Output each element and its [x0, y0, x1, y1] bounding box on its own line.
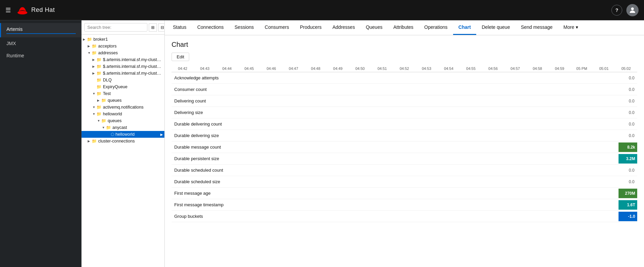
- tree-node-acceptors[interactable]: ▶ 📁 acceptors: [82, 43, 164, 50]
- tree-node-anycast[interactable]: ▼ 📁 anycast: [82, 124, 164, 131]
- metric-value: 0.0: [619, 179, 637, 184]
- time-label: 04:59: [549, 66, 571, 71]
- tab-status[interactable]: Status: [167, 20, 192, 35]
- metric-row: Durable delivering size0.0: [172, 130, 637, 141]
- time-label: 04:54: [437, 66, 460, 71]
- metric-name-label: First message age: [172, 189, 619, 198]
- tree-node-artemis3[interactable]: ▶ 📁 $.artemis.internal.sf.my-cluster....: [82, 70, 164, 77]
- tree-node-artemis2[interactable]: ▶ 📁 $.artemis.internal.sf.my-cluster....: [82, 63, 164, 70]
- tree-search-bar: ⊞ ⊟: [82, 20, 164, 35]
- folder-icon: 📁: [96, 57, 102, 62]
- user-avatar[interactable]: [626, 4, 639, 16]
- tree-node-addresses[interactable]: ▼ 📁 addresses: [82, 50, 164, 56]
- metric-row: Durable delivering count0.0: [172, 118, 637, 130]
- metric-value: 0.0: [619, 99, 637, 103]
- node-label: $.artemis.internal.sf.my-cluster....: [103, 64, 163, 69]
- sidebar-item-jmx[interactable]: JMX: [0, 37, 81, 50]
- help-button[interactable]: ?: [611, 5, 622, 16]
- redhat-logo-icon: [16, 4, 29, 16]
- tree-node-artemis1[interactable]: ▶ 📁 $.artemis.internal.sf.my-cluster....: [82, 56, 164, 63]
- node-label: cluster-connections: [98, 139, 163, 144]
- arrow-icon: ▼: [92, 112, 96, 116]
- tab-chart[interactable]: Chart: [453, 20, 477, 35]
- search-input[interactable]: [84, 23, 147, 32]
- folder-icon: 📁: [101, 98, 106, 103]
- tab-delete-queue[interactable]: Delete queue: [476, 20, 515, 35]
- time-label: 04:46: [260, 66, 282, 71]
- node-label: helloworld: [103, 112, 163, 116]
- sidebar-nav: Artemis JMX Runtime: [0, 20, 81, 64]
- time-label: 04:45: [238, 66, 260, 71]
- tab-operations[interactable]: Operations: [419, 20, 453, 35]
- metric-bar: 1.6T: [619, 200, 637, 210]
- metric-row: Consumer count0.0: [172, 84, 637, 95]
- metric-value: 0.0: [619, 76, 637, 80]
- sidebar-item-runtime[interactable]: Runtime: [0, 50, 81, 62]
- tree-node-hw-queues[interactable]: ▼ 📁 queues: [82, 117, 164, 124]
- tree-node-test-queues[interactable]: ▶ 📁 queues: [82, 97, 164, 104]
- tab-more[interactable]: More ▾: [558, 20, 584, 35]
- tab-consumers[interactable]: Consumers: [259, 20, 294, 35]
- metric-value: 0.0: [619, 87, 637, 92]
- folder-icon: 📁: [96, 112, 102, 116]
- node-label: DLQ: [103, 78, 163, 82]
- tab-queues[interactable]: Queues: [360, 20, 388, 35]
- tree-node-dlq[interactable]: 📁 DLQ: [82, 77, 164, 83]
- hamburger-icon[interactable]: ☰: [5, 6, 11, 14]
- time-label: 05:02: [615, 66, 637, 71]
- brand-logo: Red Hat: [16, 4, 55, 16]
- folder-icon: 📁: [106, 125, 111, 130]
- sidebar: Artemis JMX Runtime: [0, 20, 82, 267]
- sidebar-item-artemis[interactable]: Artemis: [0, 23, 81, 37]
- chart-title: Chart: [172, 41, 637, 49]
- chart-panel: Chart Edit 04:4204:4304:4404:4504:4604:4…: [165, 35, 644, 267]
- folder-icon: 📁: [96, 64, 102, 69]
- metric-name-label: Consumer count: [172, 85, 619, 94]
- arrow-icon: ▶: [83, 38, 87, 41]
- time-label: 04:44: [216, 66, 238, 71]
- metric-row: Durable persistent size3.2M: [172, 153, 637, 165]
- main-panel: Status Connections Sessions Consumers Pr…: [165, 20, 644, 267]
- time-label: 04:42: [172, 66, 194, 71]
- tree-node-cluster-connections[interactable]: ▶ 📁 cluster-connections: [82, 138, 164, 145]
- folder-icon: 📁: [96, 78, 102, 82]
- tab-producers[interactable]: Producers: [294, 20, 327, 35]
- metric-bar: -1.0: [619, 212, 637, 221]
- expand-all-button[interactable]: ⊞: [149, 23, 157, 32]
- metric-name-label: Durable delivering count: [172, 119, 619, 129]
- time-label: 04:51: [371, 66, 393, 71]
- arrow-icon: ▶: [97, 99, 101, 102]
- avatar-icon: [628, 6, 637, 14]
- brand-name: Red Hat: [31, 6, 55, 14]
- tab-addresses[interactable]: Addresses: [327, 20, 360, 35]
- tree-node-activemq[interactable]: ▼ 📁 activemq.notifications: [82, 104, 164, 111]
- tree-node-helloworld-queue[interactable]: ⬡ helloworld ▶: [82, 131, 164, 138]
- time-label: 04:52: [393, 66, 415, 71]
- arrow-icon: ▶: [92, 65, 96, 68]
- tab-send-message[interactable]: Send message: [515, 20, 558, 35]
- svg-point-0: [18, 11, 28, 14]
- tab-connections[interactable]: Connections: [192, 20, 229, 35]
- metric-value: 0.0: [619, 122, 637, 127]
- time-label: 05 PM: [571, 66, 593, 71]
- tab-sessions[interactable]: Sessions: [229, 20, 260, 35]
- tree-node-expiryqueue[interactable]: 📁 ExpiryQueue: [82, 83, 164, 90]
- metric-row: Durable scheduled count0.0: [172, 165, 637, 176]
- time-label: 04:53: [415, 66, 437, 71]
- tree-node-broker1[interactable]: ▶ 📁 broker1: [82, 36, 164, 43]
- metric-bar: 270M: [619, 189, 637, 198]
- metrics-container: Acknowledge attempts0.0Consumer count0.0…: [172, 72, 637, 222]
- time-label: 04:57: [504, 66, 526, 71]
- tab-attributes[interactable]: Attributes: [388, 20, 419, 35]
- arrow-icon: ▼: [88, 51, 92, 55]
- arrow-icon: ▼: [92, 92, 96, 95]
- folder-icon: 📁: [92, 44, 97, 49]
- tree-node-test[interactable]: ▼ 📁 Test: [82, 90, 164, 97]
- edit-button[interactable]: Edit: [172, 53, 189, 61]
- tree-node-helloworld-address[interactable]: ▼ 📁 helloworld: [82, 111, 164, 117]
- metric-value: 0.0: [619, 110, 637, 115]
- collapse-all-button[interactable]: ⊟: [158, 23, 165, 32]
- metric-bar: 3.2M: [619, 154, 637, 164]
- tree-body: ▶ 📁 broker1 ▶ 📁 acceptors: [82, 35, 164, 267]
- metric-name-label: Durable delivering size: [172, 131, 619, 140]
